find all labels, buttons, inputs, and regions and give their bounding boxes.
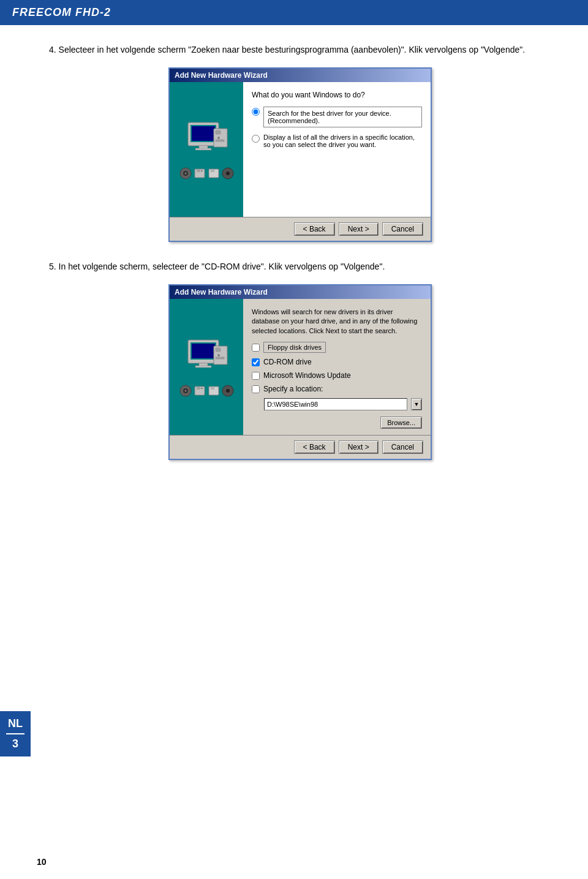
wizard2-window: Add New Hardware Wizard	[168, 284, 432, 460]
svg-rect-16	[211, 169, 214, 172]
step4-text: 4. Selecteer in het volgende scherm "Zoe…	[49, 43, 551, 56]
wizard1-question: What do you want Windows to do?	[252, 91, 422, 99]
wizard2-back-button[interactable]: < Back	[294, 440, 335, 454]
step5-text: 5. In het volgende scherm, selecteer de …	[49, 260, 551, 273]
wizard2-desc: Windows will search for new drivers in i…	[252, 307, 422, 336]
disk-icon-2	[194, 167, 206, 179]
svg-point-18	[226, 172, 230, 175]
wizard2-footer: < Back Next > Cancel	[170, 435, 431, 459]
wizard2-checkbox-specify[interactable]	[252, 385, 260, 393]
svg-point-37	[226, 389, 230, 393]
wizard2-checkbox-floppy[interactable]	[252, 344, 260, 352]
svg-rect-6	[216, 130, 221, 134]
svg-rect-13	[197, 169, 200, 172]
wizard1-window: Add New Hardware Wizard	[168, 67, 432, 242]
wizard1-right-panel: What do you want Windows to do? Search f…	[243, 82, 431, 217]
wizard2-option-specify[interactable]: Specify a location:	[252, 385, 422, 393]
sidebar-page: 3	[12, 738, 18, 750]
svg-rect-27	[216, 357, 224, 359]
step4-number: 4.	[49, 45, 56, 55]
step5-description: In het volgende scherm, selecteer de "CD…	[59, 262, 385, 271]
wizard1-next-button[interactable]: Next >	[339, 222, 379, 236]
svg-point-30	[184, 390, 186, 392]
wizard1-option1[interactable]: Search for the best driver for your devi…	[252, 107, 422, 127]
wizard2-titlebar: Add New Hardware Wizard	[170, 285, 431, 299]
svg-point-7	[217, 137, 220, 139]
wizard2-cdrom-label: CD-ROM drive	[263, 358, 312, 366]
main-content: 4. Selecteer in het volgende scherm "Zoe…	[0, 25, 588, 497]
location-dropdown-arrow[interactable]: ▼	[411, 398, 422, 410]
wizard2-checkbox-cdrom[interactable]	[252, 358, 260, 366]
wizard1-cancel-button[interactable]: Cancel	[382, 222, 423, 236]
wizard1-body: What do you want Windows to do? Search f…	[170, 82, 431, 217]
svg-rect-2	[192, 126, 215, 141]
svg-point-11	[184, 173, 186, 175]
sidebar-nl: NL 3	[0, 711, 31, 756]
step5-number: 5.	[49, 262, 56, 271]
wizard1-titlebar: Add New Hardware Wizard	[170, 69, 431, 82]
wizard2-specify-label: Specify a location:	[263, 385, 323, 393]
wizard2-left-panel	[170, 299, 243, 435]
disk-icon-1	[179, 167, 192, 179]
wizard1-left-panel	[170, 82, 243, 217]
wizard2-checkbox-winupdate[interactable]	[252, 372, 260, 380]
disk-icon-3	[208, 167, 220, 179]
wizard1-footer: < Back Next > Cancel	[170, 217, 431, 241]
wizard2-cancel-button[interactable]: Cancel	[382, 440, 423, 454]
location-input[interactable]	[264, 398, 407, 410]
header-title: FREECOM FHD-2	[12, 6, 111, 19]
wizard2-option-winupdate[interactable]: Microsoft Windows Update	[252, 371, 422, 380]
browse-button[interactable]: Browse...	[380, 417, 422, 429]
disk2-icon-2	[194, 385, 206, 397]
svg-rect-21	[192, 344, 215, 358]
disk2-icon-4	[222, 385, 234, 397]
sidebar-divider	[6, 733, 24, 734]
page-number: 10	[37, 857, 47, 867]
computer-icon	[182, 119, 231, 162]
wizard2-next-button[interactable]: Next >	[339, 440, 379, 454]
wizard2-title: Add New Hardware Wizard	[175, 288, 268, 296]
wizard1-radio1[interactable]	[252, 108, 260, 116]
svg-rect-4	[195, 148, 211, 150]
disk-icons-2	[179, 385, 234, 397]
wizard2-option-cdrom[interactable]: CD-ROM drive	[252, 358, 422, 366]
wizard1-option2[interactable]: Display a list of all the drivers in a s…	[252, 134, 422, 148]
svg-rect-8	[216, 140, 224, 141]
svg-rect-32	[197, 387, 200, 390]
sidebar-lang: NL	[8, 717, 23, 730]
svg-rect-14	[201, 170, 203, 172]
svg-rect-23	[195, 366, 211, 368]
wizard1-back-button[interactable]: < Back	[294, 222, 335, 236]
wizard2-option-floppy[interactable]: Floppy disk drives	[252, 342, 422, 353]
wizard1-option1-label: Search for the best driver for your devi…	[263, 107, 422, 127]
location-row: ▼	[264, 398, 422, 410]
computer-icon-2	[182, 337, 231, 380]
disk2-icon-1	[179, 385, 192, 397]
page-header: FREECOM FHD-2	[0, 0, 588, 25]
disk2-icon-3	[208, 385, 220, 397]
wizard1-radio2[interactable]	[252, 135, 260, 143]
svg-point-26	[217, 354, 220, 357]
svg-rect-33	[201, 388, 203, 389]
step4-description: Selecteer in het volgende scherm "Zoeken…	[59, 45, 526, 55]
wizard2-body: Windows will search for new drivers in i…	[170, 299, 431, 435]
svg-rect-25	[216, 348, 221, 352]
wizard1-title: Add New Hardware Wizard	[175, 71, 268, 80]
wizard2-winupdate-label: Microsoft Windows Update	[263, 371, 351, 380]
disk-icon-4	[222, 167, 234, 179]
wizard2-floppy-label: Floppy disk drives	[268, 344, 322, 351]
wizard2-right-panel: Windows will search for new drivers in i…	[243, 299, 431, 435]
disk-icons	[179, 167, 234, 179]
svg-rect-35	[211, 387, 214, 390]
wizard1-option2-label: Display a list of all the drivers in a s…	[263, 134, 422, 148]
